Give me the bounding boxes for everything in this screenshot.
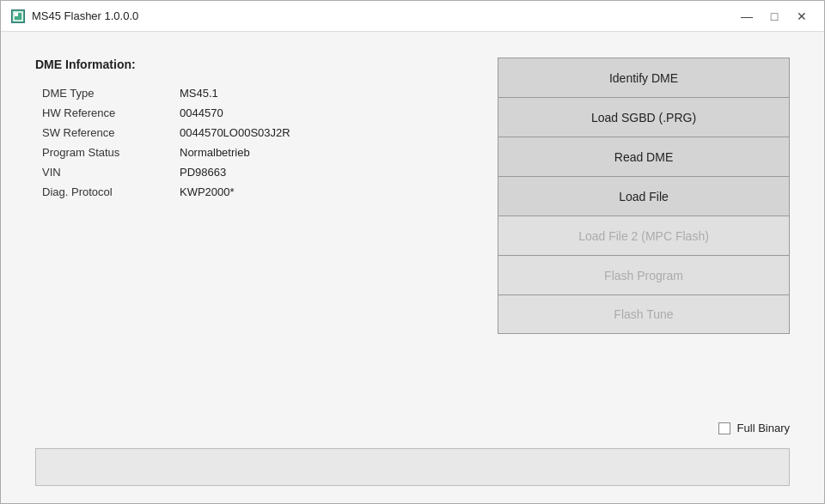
info-table: DME TypeMS45.1HW Reference0044570SW Refe… [35, 87, 463, 198]
load-file-button[interactable]: Load File [498, 176, 790, 216]
status-bar [35, 448, 790, 486]
flash-tune-button: Flash Tune [498, 295, 790, 334]
info-label: VIN [42, 166, 180, 179]
info-label: DME Type [42, 87, 180, 100]
left-panel: DME Information: DME TypeMS45.1HW Refere… [35, 58, 463, 396]
info-label: Program Status [42, 146, 180, 159]
right-panel: Identify DMELoad SGBD (.PRG)Read DMELoad… [498, 58, 790, 396]
info-label: HW Reference [42, 106, 180, 119]
full-binary-checkbox[interactable] [718, 422, 730, 434]
info-row: Program StatusNormalbetrieb [42, 146, 463, 159]
maximize-button[interactable]: □ [762, 7, 786, 26]
info-label: Diag. Protocol [42, 185, 180, 198]
main-content: DME Information: DME TypeMS45.1HW Refere… [1, 32, 824, 422]
full-binary-label[interactable]: Full Binary [737, 422, 790, 434]
app-icon [11, 9, 25, 23]
info-value: 0044570LO00S03J2R [180, 126, 290, 139]
info-row: DME TypeMS45.1 [42, 87, 463, 100]
info-value: MS45.1 [180, 87, 218, 100]
info-row: Diag. ProtocolKWP2000* [42, 185, 463, 198]
minimize-button[interactable]: — [735, 7, 759, 26]
main-window: MS45 Flasher 1.0.0.0 — □ ✕ DME Informati… [0, 0, 825, 504]
info-value: Normalbetrieb [180, 146, 250, 159]
info-value: 0044570 [180, 106, 223, 119]
info-label: SW Reference [42, 126, 180, 139]
dme-info-header: DME Information: [35, 58, 463, 71]
flash-program-button: Flash Program [498, 255, 790, 295]
info-row: HW Reference0044570 [42, 106, 463, 119]
close-button[interactable]: ✕ [790, 7, 814, 26]
checkbox-row: Full Binary [35, 422, 790, 434]
info-row: SW Reference0044570LO00S03J2R [42, 126, 463, 139]
load-file-2-button: Load File 2 (MPC Flash) [498, 216, 790, 255]
title-bar: MS45 Flasher 1.0.0.0 — □ ✕ [1, 1, 824, 32]
svg-rect-1 [15, 13, 18, 16]
window-controls: — □ ✕ [735, 7, 814, 26]
info-value: PD98663 [180, 166, 226, 179]
title-bar-left: MS45 Flasher 1.0.0.0 [11, 9, 138, 23]
window-title: MS45 Flasher 1.0.0.0 [32, 9, 138, 22]
info-row: VINPD98663 [42, 166, 463, 179]
info-value: KWP2000* [180, 185, 235, 198]
load-sgbd-button[interactable]: Load SGBD (.PRG) [498, 97, 790, 137]
identify-dme-button[interactable]: Identify DME [498, 58, 790, 97]
bottom-area: Full Binary [1, 422, 824, 503]
read-dme-button[interactable]: Read DME [498, 137, 790, 176]
